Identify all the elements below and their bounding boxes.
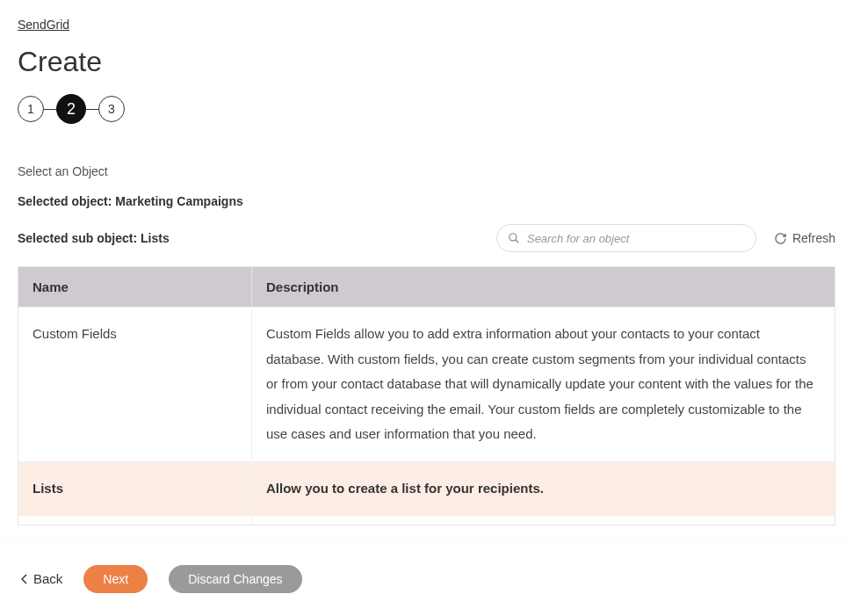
table-row[interactable]: Custom Fields Custom Fields allow you to… [18,307,835,461]
row-description: Allow you to create a list for your reci… [252,462,835,516]
row-description: Custom Fields allow you to add extra inf… [252,308,835,461]
refresh-button[interactable]: Refresh [774,231,835,245]
row-description: Segments are similar to contact lists, e… [252,516,835,525]
selected-object: Selected object: Marketing Campaigns [18,194,835,208]
object-table: Name Description Custom Fields Custom Fi… [18,266,835,525]
back-label: Back [33,571,62,586]
table-row[interactable]: Segmenting Contacts Segments are similar… [18,515,835,525]
refresh-icon [774,232,787,245]
refresh-label: Refresh [792,231,835,245]
stepper: 1 2 3 [18,94,835,124]
svg-point-0 [510,234,517,241]
row-name: Lists [18,462,252,516]
chevron-left-icon [21,574,28,584]
next-button[interactable]: Next [83,565,148,593]
svg-line-1 [516,240,519,243]
row-name: Custom Fields [18,308,252,461]
table-row[interactable]: Lists Allow you to create a list for you… [18,461,835,516]
step-separator [86,109,98,110]
discard-button[interactable]: Discard Changes [169,565,301,593]
search-input[interactable] [527,232,745,245]
breadcrumb[interactable]: SendGrid [18,18,835,32]
row-name: Segmenting Contacts [18,516,252,525]
selected-sub-object: Selected sub object: Lists [18,231,170,245]
step-1[interactable]: 1 [18,96,44,122]
table-body[interactable]: Custom Fields Custom Fields allow you to… [18,307,835,525]
col-description: Description [252,267,835,307]
search-box[interactable] [496,224,756,252]
back-button[interactable]: Back [21,571,62,586]
footer: Back Next Discard Changes [0,540,853,616]
step-2[interactable]: 2 [56,94,86,124]
step-separator [44,109,56,110]
page-title: Create [18,46,835,78]
section-label: Select an Object [18,164,835,178]
search-icon [508,232,520,244]
table-header: Name Description [18,267,835,307]
step-3[interactable]: 3 [98,96,125,122]
col-name: Name [18,267,252,307]
